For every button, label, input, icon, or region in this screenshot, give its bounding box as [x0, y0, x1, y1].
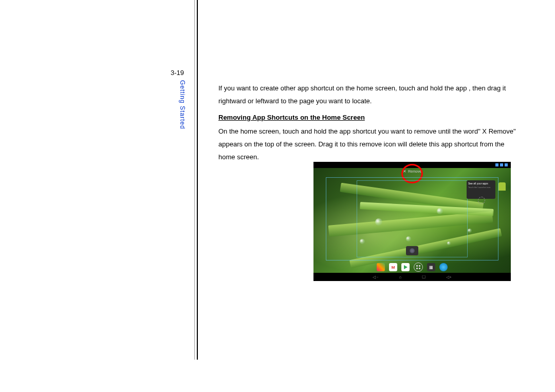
launcher-hint-icon: [478, 197, 485, 204]
tablet-screenshot: ✕ Remove See all your apps Touch the Lau…: [313, 162, 511, 281]
hint-widget: See all your apps Touch the Launcher ico…: [467, 180, 495, 199]
nav-volume-icon: ◁+: [446, 275, 452, 279]
play-store-icon: [401, 263, 410, 271]
gmail-icon: M: [389, 263, 397, 271]
status-indicator: [500, 163, 503, 166]
nav-recent-icon: ☐: [422, 275, 425, 279]
widget-title: See all your apps: [468, 182, 494, 185]
body-paragraph: On the home screen, touch and hold the a…: [218, 125, 516, 163]
nav-back-icon: ◁−: [373, 275, 379, 279]
page-number: 3-19: [171, 69, 184, 77]
page-margin-inner-line: [197, 0, 198, 360]
gallery-icon: [377, 263, 385, 271]
android-icon: [498, 182, 506, 191]
content-area: If you want to create other app shortcut…: [218, 82, 516, 170]
page-margin-outer-line: [194, 0, 195, 360]
navigation-bar: ◁− ⌂ ☐ ◁+: [313, 273, 511, 281]
svg-marker-0: [404, 265, 408, 269]
camera-icon: [406, 246, 418, 255]
apps-launcher-icon: [414, 263, 423, 272]
widget-subtitle: Touch the Launcher icon: [468, 186, 494, 189]
section-label: Getting Started: [179, 80, 186, 129]
section-heading: Removing App Shortcuts on the Home Scree…: [218, 114, 516, 121]
nav-home-icon: ⌂: [399, 275, 402, 279]
intro-paragraph: If you want to create other app shortcut…: [218, 82, 516, 107]
app-dock: M ▦: [377, 263, 448, 272]
video-icon: ▦: [427, 263, 435, 271]
status-indicator: [495, 163, 498, 166]
status-indicator: [505, 163, 508, 166]
browser-icon: [439, 263, 448, 271]
